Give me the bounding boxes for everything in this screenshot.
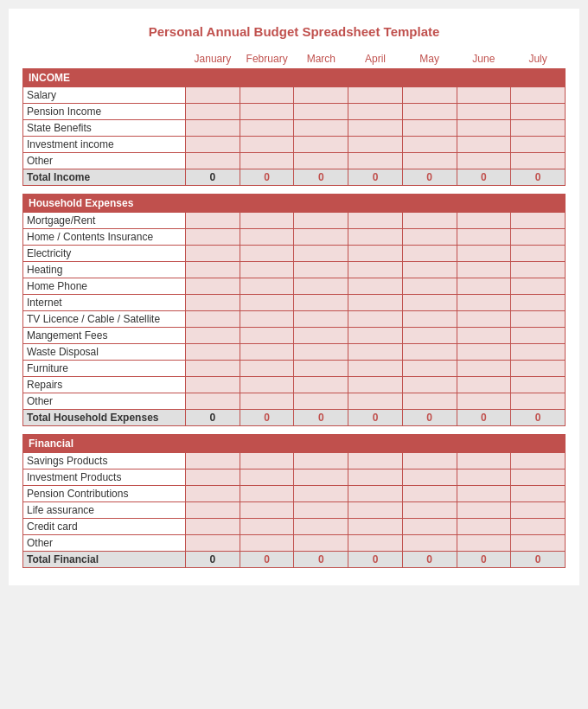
cell-income-1-6[interactable] bbox=[511, 104, 566, 120]
cell-household-11-5[interactable] bbox=[457, 393, 511, 410]
cell-household-7-3[interactable] bbox=[348, 328, 403, 344]
cell-household-11-4[interactable] bbox=[402, 393, 457, 410]
cell-household-8-3[interactable] bbox=[348, 344, 403, 361]
cell-household-4-5[interactable] bbox=[457, 278, 511, 295]
cell-household-2-1[interactable] bbox=[240, 246, 294, 262]
cell-financial-0-2[interactable] bbox=[294, 453, 348, 469]
cell-household-10-5[interactable] bbox=[457, 377, 511, 393]
cell-household-9-6[interactable] bbox=[511, 361, 566, 377]
cell-household-11-2[interactable] bbox=[294, 393, 348, 410]
cell-household-2-4[interactable] bbox=[402, 246, 457, 262]
cell-household-3-6[interactable] bbox=[511, 262, 566, 278]
cell-household-6-3[interactable] bbox=[348, 311, 403, 328]
cell-financial-2-1[interactable] bbox=[240, 486, 294, 502]
cell-household-6-6[interactable] bbox=[511, 311, 566, 328]
cell-household-6-2[interactable] bbox=[294, 311, 348, 328]
cell-financial-2-5[interactable] bbox=[457, 486, 511, 502]
cell-household-5-5[interactable] bbox=[457, 295, 511, 311]
cell-household-10-2[interactable] bbox=[294, 377, 348, 393]
cell-household-3-2[interactable] bbox=[294, 262, 348, 278]
cell-financial-4-0[interactable] bbox=[186, 519, 240, 535]
cell-household-3-3[interactable] bbox=[348, 262, 403, 278]
cell-income-4-0[interactable] bbox=[186, 153, 240, 169]
cell-household-6-0[interactable] bbox=[186, 311, 240, 328]
cell-financial-2-3[interactable] bbox=[348, 486, 403, 502]
cell-financial-2-4[interactable] bbox=[402, 486, 457, 502]
cell-financial-5-0[interactable] bbox=[186, 535, 240, 552]
cell-financial-4-2[interactable] bbox=[294, 519, 348, 535]
cell-household-10-1[interactable] bbox=[240, 377, 294, 393]
cell-income-2-2[interactable] bbox=[294, 120, 348, 137]
cell-financial-5-6[interactable] bbox=[511, 535, 566, 552]
cell-household-1-5[interactable] bbox=[457, 229, 511, 246]
cell-household-5-6[interactable] bbox=[511, 295, 566, 311]
cell-household-9-0[interactable] bbox=[186, 361, 240, 377]
cell-household-8-4[interactable] bbox=[402, 344, 457, 361]
cell-household-11-1[interactable] bbox=[240, 393, 294, 410]
cell-financial-1-6[interactable] bbox=[511, 469, 566, 486]
cell-financial-4-5[interactable] bbox=[457, 519, 511, 535]
cell-financial-3-4[interactable] bbox=[402, 502, 457, 519]
cell-household-4-4[interactable] bbox=[402, 278, 457, 295]
cell-income-3-2[interactable] bbox=[294, 137, 348, 153]
cell-income-0-3[interactable] bbox=[348, 87, 403, 104]
cell-financial-5-5[interactable] bbox=[457, 535, 511, 552]
cell-household-10-4[interactable] bbox=[402, 377, 457, 393]
cell-financial-1-0[interactable] bbox=[186, 469, 240, 486]
cell-household-0-3[interactable] bbox=[348, 213, 403, 229]
cell-income-0-6[interactable] bbox=[511, 87, 566, 104]
cell-income-3-1[interactable] bbox=[240, 137, 294, 153]
cell-financial-1-4[interactable] bbox=[402, 469, 457, 486]
cell-household-0-4[interactable] bbox=[402, 213, 457, 229]
cell-financial-1-2[interactable] bbox=[294, 469, 348, 486]
cell-household-11-6[interactable] bbox=[511, 393, 566, 410]
cell-household-8-1[interactable] bbox=[240, 344, 294, 361]
cell-household-3-4[interactable] bbox=[402, 262, 457, 278]
cell-income-0-0[interactable] bbox=[186, 87, 240, 104]
cell-income-2-0[interactable] bbox=[186, 120, 240, 137]
cell-financial-5-2[interactable] bbox=[294, 535, 348, 552]
cell-financial-1-1[interactable] bbox=[240, 469, 294, 486]
cell-household-0-1[interactable] bbox=[240, 213, 294, 229]
cell-income-0-4[interactable] bbox=[402, 87, 457, 104]
cell-financial-1-3[interactable] bbox=[348, 469, 403, 486]
cell-household-6-4[interactable] bbox=[402, 311, 457, 328]
cell-financial-3-0[interactable] bbox=[186, 502, 240, 519]
cell-income-2-1[interactable] bbox=[240, 120, 294, 137]
cell-household-5-4[interactable] bbox=[402, 295, 457, 311]
cell-household-1-1[interactable] bbox=[240, 229, 294, 246]
cell-income-4-5[interactable] bbox=[457, 153, 511, 169]
cell-financial-2-6[interactable] bbox=[511, 486, 566, 502]
cell-household-5-1[interactable] bbox=[240, 295, 294, 311]
cell-income-3-6[interactable] bbox=[511, 137, 566, 153]
cell-household-4-2[interactable] bbox=[294, 278, 348, 295]
cell-income-4-1[interactable] bbox=[240, 153, 294, 169]
cell-household-5-0[interactable] bbox=[186, 295, 240, 311]
cell-household-9-2[interactable] bbox=[294, 361, 348, 377]
cell-household-4-6[interactable] bbox=[511, 278, 566, 295]
cell-financial-3-5[interactable] bbox=[457, 502, 511, 519]
cell-household-8-5[interactable] bbox=[457, 344, 511, 361]
cell-household-1-3[interactable] bbox=[348, 229, 403, 246]
cell-financial-4-4[interactable] bbox=[402, 519, 457, 535]
cell-income-2-6[interactable] bbox=[511, 120, 566, 137]
cell-financial-3-2[interactable] bbox=[294, 502, 348, 519]
cell-income-3-4[interactable] bbox=[402, 137, 457, 153]
cell-household-7-4[interactable] bbox=[402, 328, 457, 344]
cell-household-3-0[interactable] bbox=[186, 262, 240, 278]
cell-financial-5-4[interactable] bbox=[402, 535, 457, 552]
cell-income-4-3[interactable] bbox=[348, 153, 403, 169]
cell-household-9-4[interactable] bbox=[402, 361, 457, 377]
cell-household-5-3[interactable] bbox=[348, 295, 403, 311]
cell-financial-3-3[interactable] bbox=[348, 502, 403, 519]
cell-household-10-6[interactable] bbox=[511, 377, 566, 393]
cell-household-9-5[interactable] bbox=[457, 361, 511, 377]
cell-household-10-3[interactable] bbox=[348, 377, 403, 393]
cell-household-7-0[interactable] bbox=[186, 328, 240, 344]
cell-income-1-0[interactable] bbox=[186, 104, 240, 120]
cell-household-4-1[interactable] bbox=[240, 278, 294, 295]
cell-household-10-0[interactable] bbox=[186, 377, 240, 393]
cell-household-1-6[interactable] bbox=[511, 229, 566, 246]
cell-income-1-4[interactable] bbox=[402, 104, 457, 120]
cell-household-2-5[interactable] bbox=[457, 246, 511, 262]
